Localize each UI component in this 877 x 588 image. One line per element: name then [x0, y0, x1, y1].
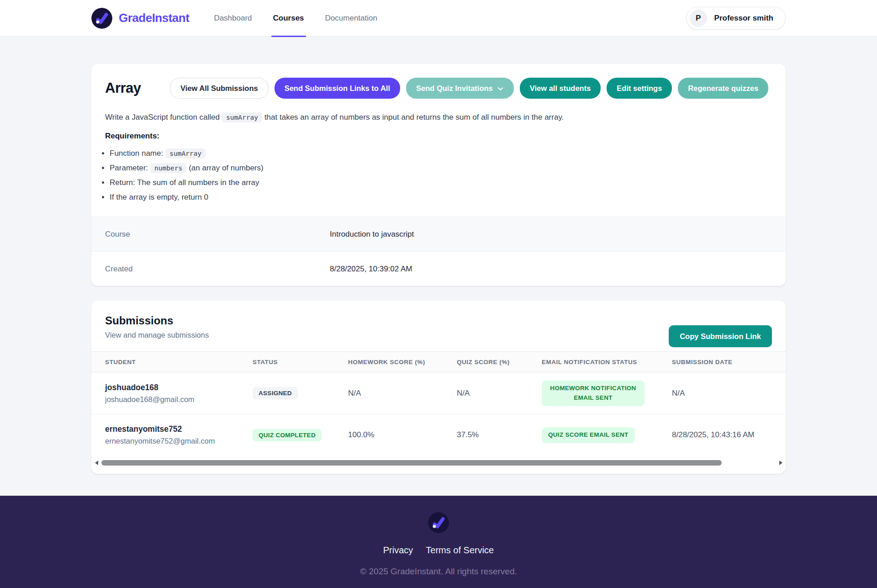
homework-score: N/A [348, 389, 457, 398]
meta-row-course: Course Introduction to javascript [91, 217, 786, 251]
nav-dashboard[interactable]: Dashboard [206, 0, 259, 37]
homework-score: 100.0% [348, 430, 457, 440]
send-quiz-invitations-button[interactable]: Send Quiz Invitations [406, 78, 514, 99]
meta-label: Course [105, 230, 330, 239]
user-menu[interactable]: P Professor smith [686, 7, 786, 30]
assignment-description: Write a JavaScript function calledsumArr… [91, 111, 786, 123]
student-name: joshuadoe168 [105, 383, 253, 392]
requirement-text: Return: The sum of all numbers in the ar… [110, 178, 259, 187]
student-email: ernestanyomitse752@gmail.com [105, 437, 253, 445]
notification-badge: QUIZ SCORE EMAIL SENT [542, 427, 635, 443]
code-chip-numbers: numbers [150, 163, 186, 173]
column-header-status: STATUS [253, 359, 348, 366]
requirement-item: Function name:sumArray [110, 146, 772, 161]
edit-settings-button[interactable]: Edit settings [607, 78, 672, 99]
requirement-text: If the array is empty, return 0 [110, 193, 208, 201]
copyright-text: © 2025 GradeInstant. All rights reserved… [0, 567, 877, 577]
code-chip-sumarray: sumArray [165, 148, 206, 159]
column-header-email-status: EMAIL NOTIFICATION STATUS [542, 359, 672, 366]
nav-courses[interactable]: Courses [266, 0, 312, 37]
main-nav: Dashboard Courses Documentation [206, 0, 385, 37]
quiz-score: 37.5% [457, 430, 542, 440]
submission-date: 8/28/2025, 10:43:16 AM [672, 430, 777, 440]
avatar: P [690, 10, 707, 27]
send-submission-links-button[interactable]: Send Submission Links to All [275, 78, 400, 99]
requirement-text: Function name: [110, 149, 163, 158]
terms-link[interactable]: Terms of Service [426, 545, 494, 556]
requirements-heading: Requirements: [91, 132, 786, 141]
meta-value: Introduction to javascript [330, 230, 414, 239]
footer-links: Privacy Terms of Service [0, 545, 877, 556]
horizontal-scrollbar [93, 459, 784, 466]
scroll-left-icon[interactable] [93, 460, 100, 466]
quiz-score: N/A [457, 389, 542, 398]
table-header: STUDENT STATUS HOMEWORK SCORE (%) QUIZ S… [91, 351, 786, 372]
requirement-item: Return: The sum of all numbers in the ar… [110, 175, 772, 190]
view-all-submissions-button[interactable]: View All Submissions [170, 78, 269, 99]
requirement-text: (an array of numbers) [189, 164, 263, 172]
page-title: Array [105, 80, 156, 96]
column-header-student: STUDENT [105, 359, 253, 366]
student-email: joshuadoe168@gmail.com [105, 395, 253, 404]
view-all-students-button[interactable]: View all students [520, 78, 601, 99]
page-content: Array View All Submissions Send Submissi… [91, 37, 786, 474]
chevron-down-icon [497, 85, 504, 92]
assignment-actions: View All Submissions Send Submission Lin… [170, 78, 772, 99]
table-row: joshuadoe168 joshuadoe168@gmail.com ASSI… [91, 372, 786, 414]
description-text-after: that takes an array of numbers as input … [264, 113, 564, 122]
assignment-card: Array View All Submissions Send Submissi… [91, 64, 786, 286]
nav-documentation[interactable]: Documentation [318, 0, 385, 37]
meta-row-created: Created 8/28/2025, 10:39:02 AM [91, 251, 786, 286]
status-badge: ASSIGNED [253, 387, 298, 399]
footer-logo-check-icon [428, 512, 449, 533]
submission-date: N/A [672, 389, 777, 398]
scrollbar-thumb[interactable] [101, 460, 722, 466]
column-header-submission-date: SUBMISSION DATE [672, 359, 777, 366]
code-chip-sumarray: sumArray [222, 112, 262, 122]
meta-label: Created [105, 265, 330, 274]
column-header-homework-score: HOMEWORK SCORE (%) [348, 359, 457, 366]
brand-name: GradeInstant [119, 11, 189, 25]
top-navigation-bar: GradeInstant Dashboard Courses Documenta… [0, 0, 877, 37]
column-header-quiz-score: QUIZ SCORE (%) [457, 359, 542, 366]
meta-value: 8/28/2025, 10:39:02 AM [330, 265, 412, 274]
requirements-list: Function name:sumArray Parameter:numbers… [91, 146, 786, 205]
description-text-before: Write a JavaScript function called [105, 113, 220, 122]
privacy-link[interactable]: Privacy [383, 545, 413, 556]
requirement-text: Parameter: [110, 164, 148, 172]
student-name: ernestanyomitse752 [105, 424, 253, 434]
table-row: ernestanyomitse752 ernestanyomitse752@gm… [91, 414, 786, 456]
regenerate-quizzes-button[interactable]: Regenerate quizzes [678, 78, 768, 99]
page-footer: Privacy Terms of Service © 2025 GradeIns… [0, 496, 877, 588]
user-name: Professor smith [714, 14, 773, 23]
scroll-right-icon[interactable] [777, 460, 784, 466]
status-badge: QUIZ COMPLETED [253, 429, 322, 441]
send-quiz-invitations-label: Send Quiz Invitations [416, 84, 493, 93]
notification-badge: HOMEWORK NOTIFICATION EMAIL SENT [542, 381, 645, 406]
copy-submission-link-button[interactable]: Copy Submission Link [669, 325, 772, 347]
logo-check-icon [91, 8, 112, 29]
scrollbar-track[interactable] [101, 460, 776, 466]
requirement-item: Parameter:numbers(an array of numbers) [110, 161, 772, 175]
brand-logo[interactable]: GradeInstant [91, 8, 189, 29]
requirement-item: If the array is empty, return 0 [110, 190, 772, 205]
submissions-card: Submissions View and manage submissions … [91, 301, 786, 474]
